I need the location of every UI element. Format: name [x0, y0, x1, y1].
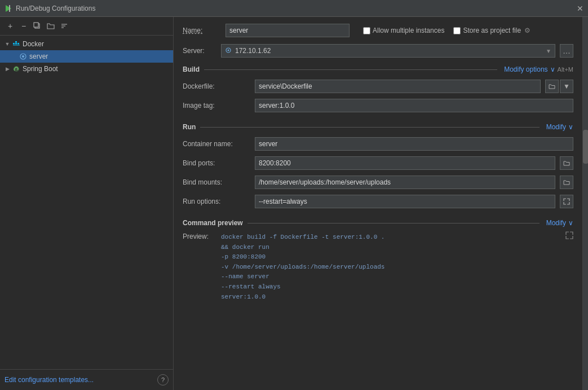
- docker-logo-icon: [12, 40, 20, 48]
- image-tag-input[interactable]: [255, 99, 573, 112]
- dockerfile-row: Dockerfile: ▼: [174, 77, 582, 96]
- sidebar-item-docker[interactable]: ▼ Docker: [0, 38, 173, 50]
- image-tag-label: Image tag:: [183, 102, 250, 109]
- content-area: Name: Allow multiple instances Store as …: [174, 17, 582, 390]
- close-button[interactable]: ✕: [577, 5, 583, 12]
- run-options-expand-button[interactable]: [560, 195, 573, 208]
- spring-logo-icon: [12, 65, 20, 73]
- expand-icon: [563, 198, 570, 205]
- bind-mounts-label: Bind mounts:: [183, 178, 250, 186]
- svg-rect-8: [15, 43, 17, 45]
- sidebar-item-server-label: server: [29, 52, 48, 60]
- main-layout: + −: [0, 17, 588, 390]
- run-options-input[interactable]: [255, 195, 555, 208]
- name-row: Name: Allow multiple instances Store as …: [174, 17, 582, 42]
- preview-line-2: && docker run: [221, 243, 560, 253]
- sidebar: + −: [0, 17, 174, 390]
- svg-point-16: [228, 50, 229, 51]
- run-modify-chevron-icon: ∨: [568, 123, 573, 131]
- preview-wrapper: Preview: docker build -f Dockerfile -t s…: [174, 230, 582, 309]
- bind-mounts-input[interactable]: [255, 176, 555, 189]
- run-section-title: Run: [183, 123, 196, 131]
- svg-rect-3: [34, 23, 38, 27]
- run-modify-button[interactable]: Modify ∨: [546, 123, 573, 131]
- store-settings-icon: ⚙: [524, 27, 530, 34]
- modify-options-button[interactable]: Modify options ∨ Alt+M: [504, 65, 573, 73]
- svg-point-13: [22, 55, 24, 58]
- bind-ports-browse-button[interactable]: [560, 156, 573, 170]
- build-section: Build Modify options ∨ Alt+M Dockerfile:: [174, 62, 582, 115]
- preview-line-1: docker build -f Dockerfile -t server:1.0…: [221, 233, 560, 243]
- sidebar-footer: Edit configuration templates... ?: [0, 369, 173, 390]
- spring-boot-icon: [12, 65, 20, 73]
- allow-multiple-input[interactable]: [363, 27, 370, 34]
- expand-arrow-spring: ▶: [5, 66, 10, 72]
- edit-templates-link[interactable]: Edit configuration templates...: [5, 376, 94, 384]
- svg-rect-11: [13, 45, 20, 46]
- name-input[interactable]: [226, 24, 350, 37]
- run-divider: [200, 127, 539, 128]
- build-section-title: Build: [183, 65, 200, 73]
- command-preview-title: Command preview: [183, 219, 243, 227]
- preview-modify-chevron-icon: ∨: [568, 219, 573, 227]
- bind-mounts-row: Bind mounts:: [174, 173, 582, 192]
- preview-label: Preview:: [183, 230, 218, 240]
- sort-button[interactable]: [59, 20, 70, 32]
- modify-options-label: Modify options: [504, 65, 547, 73]
- copy-icon: [33, 22, 41, 30]
- sidebar-toolbar: + −: [0, 17, 173, 36]
- scrollbar-thumb[interactable]: [583, 130, 588, 164]
- store-as-project-input[interactable]: [453, 27, 461, 34]
- run-debug-icon: [5, 5, 12, 12]
- scroll-content[interactable]: Build Modify options ∨ Alt+M Dockerfile:: [174, 62, 582, 390]
- remove-config-button[interactable]: −: [18, 20, 29, 32]
- sidebar-tree: ▼ Docker ▶: [0, 36, 173, 369]
- dockerfile-browse-group: ▼: [545, 80, 573, 93]
- preview-modify-label: Modify: [546, 219, 566, 227]
- svg-rect-9: [15, 41, 17, 43]
- scrollbar[interactable]: [582, 17, 588, 390]
- dockerfile-dropdown-button[interactable]: ▼: [560, 80, 573, 93]
- preview-line-3: -p 8200:8200: [221, 252, 560, 262]
- store-as-project-checkbox[interactable]: Store as project file ⚙: [453, 27, 530, 34]
- server-select[interactable]: 172.10.1.62 ▼: [221, 44, 555, 58]
- build-section-header: Build Modify options ∨ Alt+M: [174, 62, 582, 77]
- svg-rect-10: [17, 43, 19, 45]
- sidebar-item-server[interactable]: ▶ server: [0, 50, 173, 63]
- image-tag-row: Image tag:: [174, 96, 582, 115]
- modify-chevron-icon: ∨: [550, 65, 555, 73]
- bind-mounts-browse-button[interactable]: [560, 176, 573, 189]
- dockerfile-browse-button[interactable]: [545, 80, 559, 93]
- folder-button[interactable]: [45, 20, 56, 32]
- server-label: Server:: [183, 47, 216, 55]
- sidebar-item-spring-boot[interactable]: ▶ Spring Boot: [0, 63, 173, 75]
- dialog-title: Run/Debug Configurations: [16, 5, 95, 12]
- preview-line-5: --name server: [221, 272, 560, 282]
- preview-line-7: server:1.0.0: [221, 292, 560, 303]
- dockerfile-input[interactable]: [255, 80, 541, 93]
- folder-browse-icon: [549, 83, 555, 90]
- svg-rect-7: [13, 43, 15, 45]
- help-button[interactable]: ?: [157, 374, 169, 385]
- sidebar-item-docker-label: Docker: [23, 40, 44, 48]
- command-preview-divider: [247, 223, 540, 224]
- store-as-project-label: Store as project file: [463, 27, 521, 34]
- preview-line-4: -v /home/server/uploads:/home/server/upl…: [221, 262, 560, 273]
- folder-icon: [47, 22, 55, 30]
- container-name-input[interactable]: [255, 137, 573, 151]
- allow-multiple-checkbox[interactable]: Allow multiple instances: [363, 27, 444, 34]
- container-name-label: Container name:: [183, 140, 250, 148]
- run-modify-label: Modify: [546, 123, 566, 131]
- add-config-button[interactable]: +: [5, 20, 16, 32]
- server-row: Server: 172.10.1.62 ▼ …: [174, 42, 582, 62]
- preview-modify-button[interactable]: Modify ∨: [546, 219, 573, 227]
- copy-config-button[interactable]: [32, 20, 43, 32]
- ports-folder-icon: [563, 160, 570, 166]
- title-bar-left: Run/Debug Configurations: [5, 5, 95, 12]
- bind-ports-input[interactable]: [255, 156, 555, 170]
- preview-expand-button[interactable]: [565, 231, 573, 241]
- run-options-row: Run options:: [174, 192, 582, 211]
- preview-line-6: --restart always: [221, 282, 560, 292]
- server-more-button[interactable]: …: [560, 44, 573, 58]
- expand-arrow-docker: ▼: [5, 41, 10, 47]
